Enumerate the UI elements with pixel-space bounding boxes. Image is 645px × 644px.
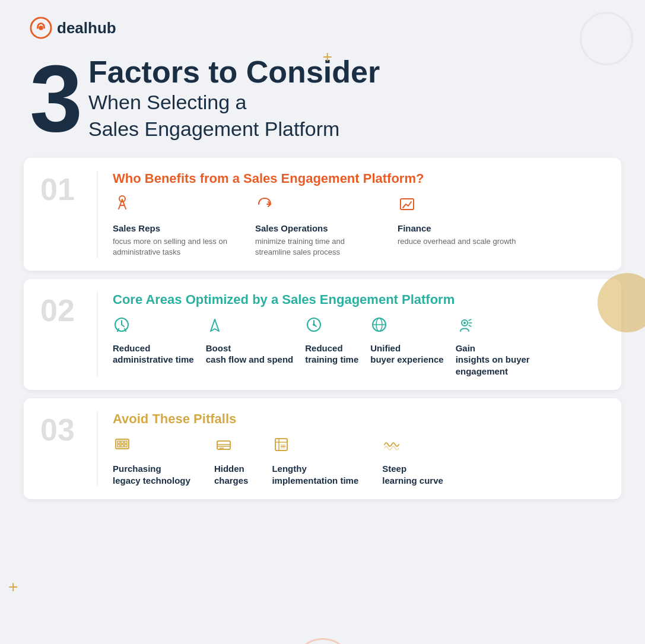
card-01-item-3-desc: reduce overhead and scale growth	[398, 236, 516, 247]
card-03-divider	[97, 411, 98, 486]
card-03-item-4-bold: Steeplearning curve	[382, 463, 443, 486]
sales-ops-icon	[255, 195, 274, 218]
header: dealhub	[0, 0, 645, 39]
svg-point-12	[463, 322, 466, 324]
card-02-item-3-bold: Reducedtraining time	[305, 342, 358, 366]
svg-point-1	[39, 26, 43, 30]
card-03: 03 Avoid These Pitfalls	[24, 398, 621, 499]
svg-rect-21	[121, 445, 123, 447]
card-02-items: Reducedadministrative time Boostcash flo…	[113, 316, 605, 377]
card-03-item-3-bold: Lengthyimplementation time	[272, 463, 358, 486]
svg-marker-5	[211, 319, 219, 331]
logo-text: dealhub	[57, 19, 116, 37]
legacy-tech-icon	[113, 435, 132, 458]
card-02-item-1: Reducedadministrative time	[113, 316, 194, 377]
deco-plus-top: +	[323, 47, 332, 66]
hero-subtitle: When Selecting a Sales Engagement Platfo…	[88, 89, 380, 141]
card-01-item-2-bold: Sales Operations	[255, 223, 328, 234]
card-01-items: Sales Reps focus more on selling and les…	[113, 195, 605, 258]
card-02-number: 02	[40, 292, 82, 326]
card-02-item-1-bold: Reducedadministrative time	[113, 342, 194, 366]
card-01-item-1-bold: Sales Reps	[113, 223, 160, 234]
sales-reps-icon	[113, 195, 132, 218]
card-02-item-5-bold: Gaininsights on buyer engagement	[456, 342, 548, 377]
card-03-title: Avoid These Pitfalls	[113, 411, 605, 427]
card-01: 01 Who Benefits from a Sales Engagement …	[24, 158, 621, 271]
card-03-item-1: Purchasinglegacy technology	[113, 435, 190, 486]
logo-icon	[30, 17, 52, 39]
svg-rect-22	[125, 445, 127, 447]
boost-icon	[206, 316, 224, 338]
card-02-item-5: Gaininsights on buyer engagement	[456, 316, 548, 377]
card-02-item-2-bold: Boostcash flow and spend	[206, 342, 294, 366]
card-03-item-3: Lengthyimplementation time	[272, 435, 358, 486]
deco-semicircle-bottom	[293, 638, 352, 644]
lengthy-impl-icon	[272, 435, 291, 458]
svg-point-7	[313, 323, 315, 326]
card-01-content: Who Benefits from a Sales Engagement Pla…	[113, 171, 605, 258]
svg-rect-19	[125, 441, 127, 443]
deco-plus-left: +	[8, 578, 18, 597]
card-02-title: Core Areas Optimized by a Sales Engageme…	[113, 292, 605, 307]
svg-line-13	[469, 319, 471, 321]
card-02-item-4: Unifiedbuyer experience	[370, 316, 443, 377]
cards-container: 01 Who Benefits from a Sales Engagement …	[0, 146, 645, 511]
card-01-item-1: Sales Reps focus more on selling and les…	[113, 195, 231, 258]
card-01-title: Who Benefits from a Sales Engagement Pla…	[113, 171, 605, 186]
reduced-training-icon	[305, 316, 323, 338]
card-01-item-1-desc: focus more on selling and less on admini…	[113, 236, 231, 258]
svg-rect-18	[121, 441, 123, 443]
card-03-item-2-bold: Hiddencharges	[214, 463, 249, 486]
card-03-content: Avoid These Pitfalls	[113, 411, 605, 486]
card-03-item-2: Hiddencharges	[214, 435, 249, 486]
card-02-item-2: Boostcash flow and spend	[206, 316, 294, 377]
reduced-admin-icon	[113, 316, 131, 338]
card-03-items: Purchasinglegacy technology Hiddencharge…	[113, 435, 605, 486]
finance-icon	[398, 195, 417, 218]
svg-rect-17	[117, 441, 120, 443]
card-01-item-3: Finance reduce overhead and scale growth	[398, 195, 516, 258]
svg-line-15	[469, 325, 471, 326]
card-02-item-4-bold: Unifiedbuyer experience	[370, 342, 443, 366]
steep-learning-icon	[382, 435, 401, 458]
hidden-charges-icon	[214, 435, 233, 458]
card-03-item-1-bold: Purchasinglegacy technology	[113, 463, 190, 486]
unified-buyer-icon	[370, 316, 388, 338]
hero-number: 3	[30, 51, 82, 146]
card-01-number: 01	[40, 171, 82, 205]
card-03-item-4: Steeplearning curve	[382, 435, 443, 486]
card-01-item-3-bold: Finance	[398, 223, 431, 234]
hero-title: Factors to Consider	[88, 55, 380, 89]
card-01-item-2-desc: minimize training time and streamline sa…	[255, 236, 374, 258]
deco-circle-top-right	[580, 12, 633, 65]
card-02-divider	[97, 292, 98, 377]
hero-text: Factors to Consider When Selecting a Sal…	[88, 55, 380, 142]
card-02: 02 Core Areas Optimized by a Sales Engag…	[24, 279, 621, 391]
card-02-content: Core Areas Optimized by a Sales Engageme…	[113, 292, 605, 377]
card-01-item-2: Sales Operations minimize training time …	[255, 195, 374, 258]
gain-insights-icon	[456, 316, 474, 338]
logo: dealhub	[30, 17, 116, 39]
card-03-number: 03	[40, 411, 82, 445]
svg-rect-20	[117, 445, 120, 447]
card-01-divider	[97, 171, 98, 258]
card-02-item-3: Reducedtraining time	[305, 316, 358, 377]
